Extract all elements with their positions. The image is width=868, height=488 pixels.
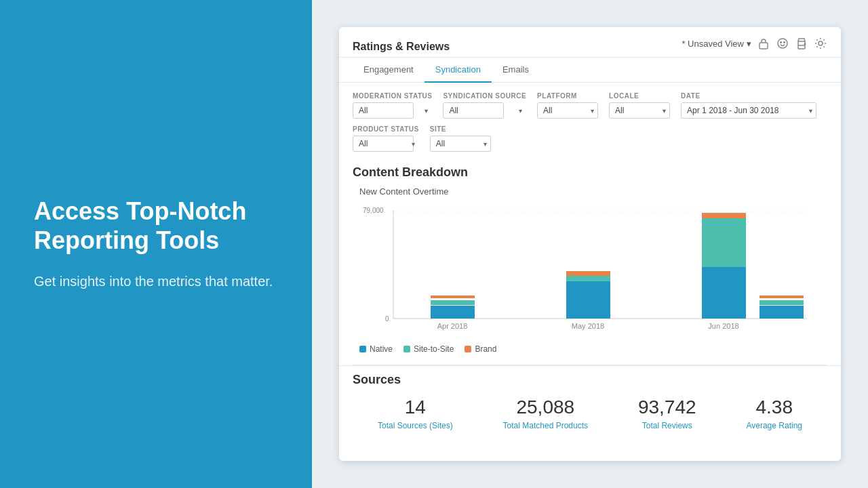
card: Ratings & Reviews * Unsaved View ▾	[339, 27, 841, 461]
filter-moderation-status: MODERATION STATUS All	[353, 92, 432, 119]
syndication-source-select[interactable]: All	[443, 102, 504, 119]
legend-sitetosite: Site-to-Site	[403, 344, 454, 354]
content-breakdown-title: Content Breakdown	[353, 159, 827, 180]
card-title: Ratings & Reviews	[353, 41, 450, 53]
metric-label-sources: Total Sources (Sites)	[378, 421, 453, 430]
svg-rect-14	[431, 306, 475, 319]
content-breakdown-section: Content Breakdown New Content Overtime 7…	[339, 159, 841, 365]
filter-locale: LOCALE All	[609, 92, 670, 119]
sources-section: Sources 14 Total Sources (Sites) 25,088 …	[339, 365, 841, 444]
sources-title: Sources	[353, 373, 827, 387]
product-status-select[interactable]: All	[353, 136, 414, 152]
metric-value-sources: 14	[378, 396, 453, 418]
svg-rect-4	[798, 45, 805, 49]
metric-value-products: 25,088	[503, 396, 588, 418]
smiley-icon[interactable]	[776, 37, 789, 50]
svg-rect-13	[431, 300, 475, 305]
metric-average-rating: 4.38 Average Rating	[746, 396, 802, 430]
metric-matched-products: 25,088 Total Matched Products	[503, 396, 588, 430]
bar-apr-siteto	[760, 300, 804, 305]
filter-site: SITE All	[430, 125, 491, 152]
svg-rect-0	[760, 43, 768, 49]
svg-text:Apr 2018: Apr 2018	[437, 322, 468, 330]
tabs: Engagement Syndication Emails	[339, 58, 841, 83]
site-select[interactable]: All	[430, 136, 491, 152]
right-panel: Ratings & Reviews * Unsaved View ▾	[312, 0, 868, 488]
svg-point-2	[781, 42, 782, 43]
svg-rect-20	[566, 271, 610, 276]
metric-label-reviews: Total Reviews	[638, 421, 696, 430]
chart-legend: Native Site-to-Site Brand	[359, 344, 821, 354]
bar-chart: 79,000 0	[359, 203, 821, 339]
gear-icon[interactable]	[814, 37, 827, 50]
tab-emails[interactable]: Emails	[492, 58, 540, 83]
filter-product-status: PRODUCT STATUS All	[353, 125, 419, 152]
metrics-row: 14 Total Sources (Sites) 25,088 Total Ma…	[353, 396, 827, 430]
svg-rect-18	[566, 281, 610, 319]
subtext: Get insights into the metrics that matte…	[34, 271, 278, 291]
legend-brand: Brand	[465, 344, 496, 354]
chart-subtitle: New Content Overtime	[359, 186, 827, 197]
legend-native-color	[359, 346, 366, 352]
header-right: * Unsaved View ▾	[682, 37, 827, 57]
chart-container: 79,000 0	[359, 203, 821, 339]
left-panel: Access Top-Notch Reporting Tools Get ins…	[0, 0, 312, 488]
header-icons	[757, 37, 827, 50]
metric-label-rating: Average Rating	[746, 421, 802, 430]
heading: Access Top-Notch Reporting Tools	[34, 197, 278, 255]
filter-date: DATE Apr 1 2018 - Jun 30 2018	[681, 92, 816, 119]
metric-label-products: Total Matched Products	[503, 421, 588, 430]
svg-text:79,000: 79,000	[363, 207, 384, 214]
svg-point-5	[804, 43, 806, 45]
metric-total-reviews: 93,742 Total Reviews	[638, 396, 696, 430]
print-icon[interactable]	[795, 37, 808, 50]
svg-rect-22	[702, 218, 746, 267]
lock-icon[interactable]	[757, 37, 770, 50]
svg-point-3	[784, 42, 785, 43]
card-header: Ratings & Reviews * Unsaved View ▾	[339, 27, 841, 58]
filters-row1: MODERATION STATUS All SYNDICATION SOURCE…	[339, 83, 841, 125]
chevron-down-icon: ▾	[747, 39, 751, 49]
metric-value-reviews: 93,742	[638, 396, 696, 418]
svg-text:Jun 2018: Jun 2018	[708, 322, 738, 330]
metric-value-rating: 4.38	[746, 396, 802, 418]
svg-point-1	[778, 39, 787, 48]
filter-syndication-source: SYNDICATION SOURCE All	[443, 92, 526, 119]
svg-rect-19	[566, 276, 610, 281]
svg-text:May 2018: May 2018	[572, 322, 604, 330]
svg-rect-12	[431, 296, 475, 298]
legend-brand-color	[465, 346, 471, 352]
locale-select[interactable]: All	[609, 102, 670, 119]
filters-row2: PRODUCT STATUS All SITE All	[339, 125, 841, 159]
moderation-status-select[interactable]: All	[353, 102, 414, 119]
svg-point-6	[818, 41, 823, 45]
filter-platform: PLATFORM All	[537, 92, 598, 119]
legend-sitetosite-color	[403, 346, 410, 352]
svg-rect-21	[702, 267, 746, 319]
metric-total-sources: 14 Total Sources (Sites)	[378, 396, 453, 430]
bar-apr-native	[760, 306, 804, 319]
legend-native: Native	[359, 344, 393, 354]
tab-syndication[interactable]: Syndication	[425, 58, 492, 83]
svg-rect-23	[702, 213, 746, 218]
unsaved-view-button[interactable]: * Unsaved View ▾	[682, 39, 751, 49]
bar-apr-brand	[760, 296, 804, 298]
platform-select[interactable]: All	[537, 102, 598, 119]
tab-engagement[interactable]: Engagement	[353, 58, 425, 83]
svg-text:0: 0	[385, 315, 389, 323]
date-select[interactable]: Apr 1 2018 - Jun 30 2018	[681, 102, 816, 119]
